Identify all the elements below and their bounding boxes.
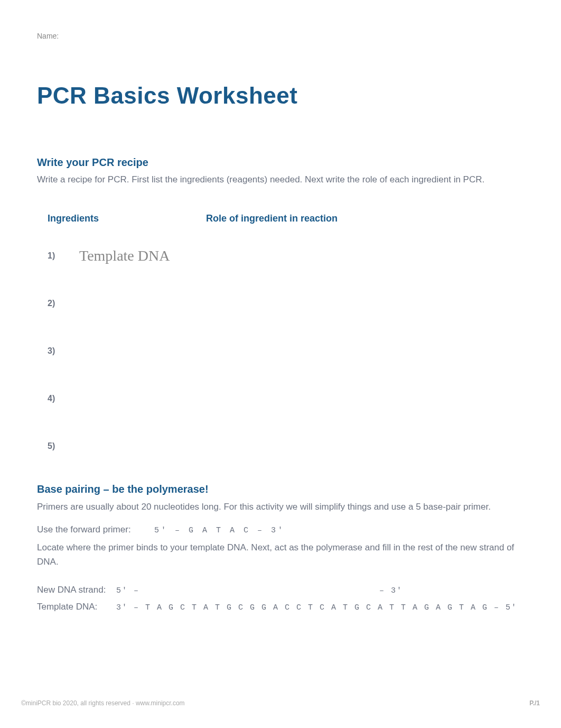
ingredient-handwritten: Template DNA bbox=[79, 247, 170, 264]
section2-heading: Base pairing – be the polymerase! bbox=[37, 483, 524, 495]
table-header: Ingredients Role of ingredient in reacti… bbox=[37, 213, 524, 224]
table-row: 4) bbox=[37, 388, 524, 409]
page-title: PCR Basics Worksheet bbox=[37, 82, 524, 109]
row-number: 4) bbox=[48, 394, 79, 403]
table-row: 3) bbox=[37, 340, 524, 362]
col-header-ingredients: Ingredients bbox=[48, 213, 206, 224]
forward-primer-seq: 5' – G A T A C – 3' bbox=[154, 526, 285, 535]
new-strand-row: New DNA strand: 5' – – 3' bbox=[37, 585, 524, 595]
new-strand-seq: 5' – – 3' bbox=[116, 586, 403, 595]
section-base-pairing: Base pairing – be the polymerase! Primer… bbox=[37, 483, 524, 613]
section1-heading: Write your PCR recipe bbox=[37, 156, 524, 169]
row-number: 1) bbox=[48, 251, 79, 261]
template-row: Template DNA: 3' – T A G C T A T G C G G… bbox=[37, 602, 524, 612]
template-label: Template DNA: bbox=[37, 602, 116, 612]
section2-description: Primers are usually about 20 nucleotides… bbox=[37, 500, 524, 514]
footer-copyright: ©miniPCR bio 2020, all rights reserved ·… bbox=[21, 699, 185, 707]
template-seq: 3' – T A G C T A T G C G G A C C T C A T… bbox=[116, 603, 517, 612]
forward-primer-label: Use the forward primer: bbox=[37, 524, 131, 535]
row-number: 3) bbox=[48, 346, 79, 356]
col-header-role: Role of ingredient in reaction bbox=[206, 213, 338, 224]
table-row: 1) Template DNA bbox=[37, 245, 524, 266]
section1-description: Write a recipe for PCR. First list the i… bbox=[37, 173, 524, 187]
forward-primer-line: Use the forward primer: 5' – G A T A C –… bbox=[37, 524, 524, 535]
new-strand-start: 5' – bbox=[116, 586, 139, 595]
table-row: 5) bbox=[37, 436, 524, 457]
new-strand-end: – 3' bbox=[379, 586, 403, 595]
section-recipe: Write your PCR recipe Write a recipe for… bbox=[37, 156, 524, 457]
row-number: 5) bbox=[48, 441, 79, 451]
row-number: 2) bbox=[48, 299, 79, 308]
table-row: 2) bbox=[37, 293, 524, 314]
section2-instruction: Locate where the primer binds to your te… bbox=[37, 540, 524, 569]
new-strand-label: New DNA strand: bbox=[37, 585, 116, 595]
footer: ©miniPCR bio 2020, all rights reserved ·… bbox=[21, 699, 540, 707]
footer-page-number: P./1 bbox=[529, 699, 540, 707]
name-label: Name: bbox=[37, 32, 524, 40]
